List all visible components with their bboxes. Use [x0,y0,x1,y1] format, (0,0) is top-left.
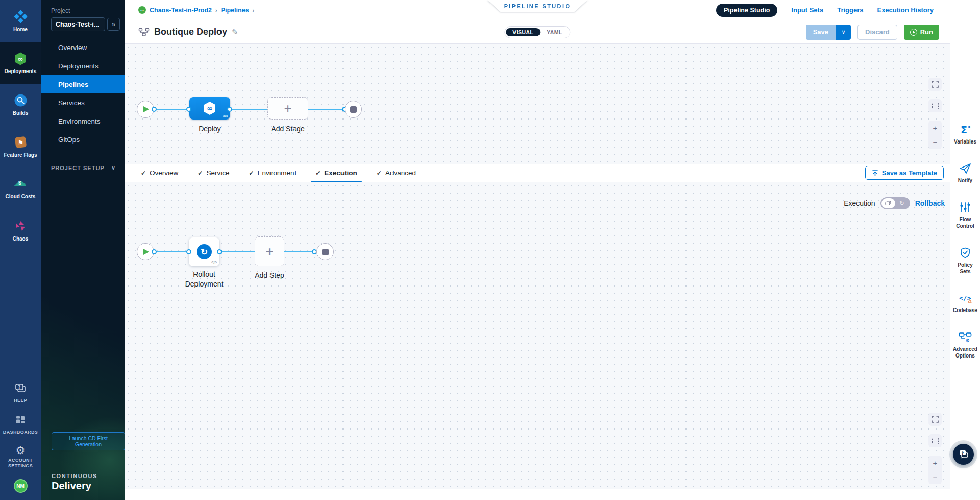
user-avatar[interactable]: NM [14,479,28,493]
sidebar-item-environments[interactable]: Environments [41,112,125,130]
fit-to-screen-button[interactable] [928,99,942,112]
execution-graph-canvas[interactable]: Execution ↻ Rollback ↻ </> [125,182,950,489]
fit-to-screen-button[interactable] [928,434,942,447]
policy-sets-button[interactable]: PolicySets [958,247,972,275]
svg-text:x: x [968,124,971,129]
module-sidebar-footer: ? HELP DASHBOARDS ⚙ ACCOUNT SETTINGS NM [0,377,41,500]
yaml-toggle-option[interactable]: YAML [540,28,569,36]
stage-graph-canvas[interactable]: ∞ </> Deploy + Add Stage [125,44,950,164]
project-selector[interactable]: Chaos-Test-i... [51,17,105,31]
sidebar-item-help[interactable]: ? HELP [0,377,41,409]
link-dot[interactable] [217,249,222,254]
sidebar-item-label: Cloud Costs [6,194,36,200]
tab-triggers[interactable]: Triggers [837,6,863,14]
breadcrumb-pipelines-link[interactable]: Pipelines [221,7,249,14]
zoom-in-button[interactable]: + [928,456,942,470]
pipeline-studio-banner: PIPELINE STUDIO [487,0,587,12]
plus-icon: + [265,245,273,258]
execution-view-icon [881,198,895,208]
codebase-button[interactable]: </> Codebase [953,292,977,314]
project-setup-toggle[interactable]: PROJECT SETUP ∨ [41,156,125,171]
check-icon: ✓ [315,170,321,177]
sidebar-item-chaos[interactable]: Chaos [0,209,41,251]
link-dot[interactable] [152,249,157,254]
sidebar-item-gitops[interactable]: GitOps [41,130,125,149]
tab-service[interactable]: ✓ Service [193,164,234,182]
save-options-caret[interactable]: ∨ [836,25,851,40]
flow-control-button[interactable]: FlowControl [956,201,974,229]
save-button[interactable]: Save [806,25,836,40]
step-node-rollout-deployment[interactable]: ↻ </> [189,237,219,266]
pipeline-end-node[interactable] [345,101,362,118]
notify-button[interactable]: Notify [958,162,972,184]
sidebar-item-dashboards[interactable]: DASHBOARDS [0,409,41,440]
codebase-icon: </> [958,292,972,304]
execution-end-node[interactable] [316,243,334,260]
sidebar-item-cloud-costs[interactable]: ☁ $ Cloud Costs [0,168,41,209]
cd-stage-icon: ∞ [201,100,218,117]
feature-flags-icon: ⚑ [13,135,28,150]
variables-button[interactable]: Σ x Variables [954,124,976,145]
run-button[interactable]: Run [904,25,939,40]
zoom-out-button[interactable]: − [928,135,942,149]
launch-cd-first-gen-button[interactable]: Launch CD First Generation [52,432,125,450]
sidebar-item-services[interactable]: Services [41,93,125,112]
sidebar-item-deployments-link[interactable]: Deployments [41,57,125,75]
expand-project-icon[interactable]: » [107,18,120,31]
zoom-out-button[interactable]: − [928,470,942,484]
builds-icon [13,93,28,108]
fullscreen-button[interactable] [928,78,942,91]
sidebar-item-home[interactable]: Home [0,0,41,42]
link-dot[interactable] [227,107,232,112]
link-dot[interactable] [186,107,191,112]
tab-advanced[interactable]: ✓ Advanced [372,164,421,182]
execution-rollback-toggle[interactable]: ↻ [880,197,910,209]
stage-edge [145,109,353,110]
rollout-deployment-icon: ↻ [197,244,212,259]
save-as-template-button[interactable]: Save as Template [865,166,944,180]
tab-execution[interactable]: ✓ Execution [311,164,362,182]
canvas-controls: + − [928,78,942,149]
edit-icon[interactable]: ✎ [232,28,238,37]
svg-text:⚑: ⚑ [17,139,23,147]
project-sidebar: Project Chaos-Test-i... » Overview Deplo… [41,0,125,500]
svg-text:∞: ∞ [18,55,23,62]
sidebar-item-label: Deployments [5,68,37,75]
product-kicker: CONTINUOUS [52,473,125,479]
rollback-link[interactable]: Rollback [915,199,945,207]
svg-text:∞: ∞ [207,104,213,112]
add-stage-node[interactable]: + [267,97,308,120]
sidebar-item-account-settings[interactable]: ⚙ ACCOUNT SETTINGS [0,440,41,474]
sidebar-item-overview[interactable]: Overview [41,38,125,57]
advanced-options-button[interactable]: ⚙ AdvancedOptions [953,331,977,359]
link-dot[interactable] [186,249,191,254]
discard-button[interactable]: Discard [857,25,897,40]
check-icon: ✓ [249,170,254,177]
sidebar-item-pipelines[interactable]: Pipelines [41,75,125,93]
breadcrumb-project-link[interactable]: Chaos-Test-in-Prod2 [150,7,212,14]
link-dot[interactable] [152,107,157,112]
stage-node-deploy[interactable]: ∞ </> [189,97,230,120]
tab-execution-history[interactable]: Execution History [877,6,934,14]
visual-toggle-option[interactable]: VISUAL [506,28,540,36]
top-header: ∞ Chaos-Test-in-Prod2 › Pipelines › PIPE… [125,0,950,20]
toolbar-actions: Save ∨ Discard Run [806,25,939,40]
step-edge [145,251,325,252]
sidebar-item-label: Home [13,27,28,33]
fullscreen-button[interactable] [928,413,942,426]
sidebar-item-builds[interactable]: Builds [0,84,41,126]
sidebar-item-deployments[interactable]: ∞ Deployments [0,42,41,84]
zoom-in-button[interactable]: + [928,121,942,135]
sidebar-item-feature-flags[interactable]: ⚑ Feature Flags [0,126,41,168]
tab-overview[interactable]: ✓ Overview [136,164,183,182]
add-step-node[interactable]: + [255,236,284,266]
breadcrumb-separator: › [215,7,217,13]
deployments-icon: ∞ [13,52,28,66]
tab-input-sets[interactable]: Input Sets [791,6,823,14]
tab-environment[interactable]: ✓ Environment [244,164,301,182]
tab-pipeline-studio[interactable]: Pipeline Studio [716,4,777,17]
help-chat-fab[interactable]: ? [953,444,974,465]
advanced-options-icon: ⚙ [958,331,972,343]
stage-config-tabs: ✓ Overview ✓ Service ✓ Environment ✓ Exe… [125,164,950,182]
pipeline-studio-app: Home ∞ Deployments Builds [0,0,980,500]
